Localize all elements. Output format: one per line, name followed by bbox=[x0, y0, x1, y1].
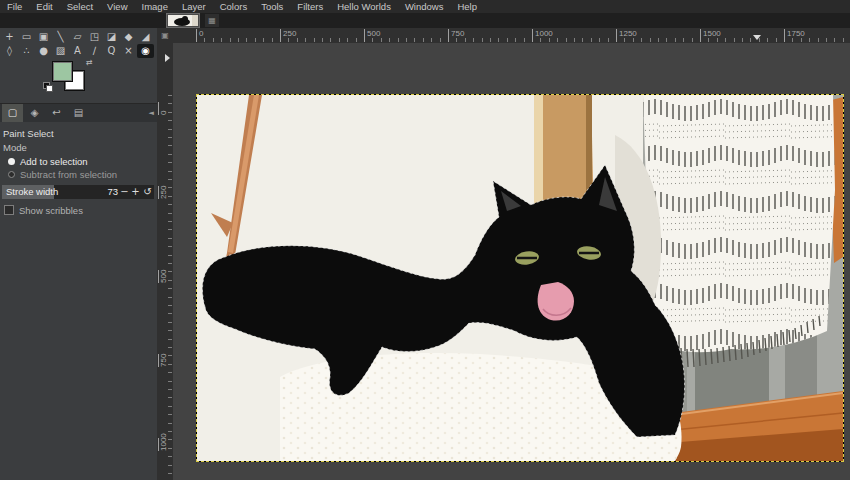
clone-tool-button[interactable]: ◪ bbox=[103, 30, 120, 44]
gimp-window: { "menu": { "items": ["File","Edit","Sel… bbox=[0, 0, 850, 480]
hruler-label: 0 bbox=[196, 29, 203, 42]
bucket-fill-tool-button[interactable]: ◆ bbox=[120, 30, 137, 44]
paintbrush-icon: ◢ bbox=[142, 31, 150, 42]
foreground-color-swatch[interactable] bbox=[52, 61, 73, 82]
vruler-label: 250 bbox=[158, 186, 168, 199]
vruler-label: 500 bbox=[158, 270, 168, 283]
text-icon: A bbox=[74, 45, 81, 56]
horizontal-ruler[interactable]: 0 250 500 750 1000 1250 1500 1750 bbox=[173, 28, 850, 43]
menu-select[interactable]: Select bbox=[60, 0, 100, 13]
paintbrush-tool-button[interactable]: ◢ bbox=[137, 30, 154, 44]
default-colors-icon[interactable] bbox=[43, 82, 52, 91]
show-scribbles-checkbox[interactable]: Show scribbles bbox=[4, 204, 157, 216]
menu-layer[interactable]: Layer bbox=[175, 0, 213, 13]
stroke-width-reset-button[interactable]: ↺ bbox=[142, 185, 153, 199]
paths-tool-button[interactable]: ∕ bbox=[86, 44, 103, 58]
tab-menu-icon: ◄ bbox=[149, 109, 154, 117]
bucket-fill-icon: ◆ bbox=[125, 31, 133, 42]
left-dock: + ▭ ▣ ╲ ▱ ◳ ◪ ◆ ◢ ◊ ∴ ● ▨ A ∕ Q × ◉ bbox=[0, 28, 157, 480]
color-area: ⇄ bbox=[0, 58, 157, 96]
cat-photo bbox=[197, 95, 843, 461]
pointer-position-marker-vertical bbox=[165, 54, 170, 62]
zoom-tool-button[interactable]: Q bbox=[103, 44, 120, 58]
canvas-viewport[interactable] bbox=[173, 43, 850, 480]
stroke-width-increase-button[interactable]: + bbox=[130, 185, 141, 199]
smudge-icon: ● bbox=[39, 45, 48, 56]
unified-transform-icon: ▱ bbox=[74, 31, 82, 42]
radio-add-to-selection[interactable]: Add to selection bbox=[8, 155, 157, 167]
tab-layers[interactable]: ▤ bbox=[68, 104, 89, 122]
tool-options-icon: ▢ bbox=[8, 107, 17, 118]
radio-subtract-from-selection[interactable]: Subtract from selection bbox=[8, 168, 157, 180]
hruler-label: 1500 bbox=[700, 29, 721, 42]
eraser-icon: ◊ bbox=[7, 45, 12, 56]
device-status-icon: ◈ bbox=[31, 107, 39, 118]
paths-icon: ∕ bbox=[93, 45, 96, 56]
menu-image[interactable]: Image bbox=[135, 0, 175, 13]
align-icon: ▭ bbox=[22, 31, 31, 42]
undo-history-icon: ↩ bbox=[52, 107, 60, 118]
image-layer[interactable] bbox=[196, 94, 844, 462]
unified-transform-tool-button[interactable]: ▱ bbox=[69, 30, 86, 44]
paint-select-tool-button[interactable]: ◉ bbox=[137, 44, 154, 58]
gradient-tool-button[interactable]: ∴ bbox=[18, 44, 35, 58]
menu-windows[interactable]: Windows bbox=[398, 0, 451, 13]
pointer-position-marker-horizontal bbox=[753, 35, 761, 40]
stroke-width-decrease-button[interactable]: − bbox=[119, 185, 130, 199]
hruler-label: 1750 bbox=[784, 29, 805, 42]
stroke-width-slider[interactable]: Stroke width 73 − + ↺ bbox=[2, 185, 154, 199]
hruler-label: 1000 bbox=[532, 29, 553, 42]
eraser-tool-button[interactable]: ◊ bbox=[1, 44, 18, 58]
vruler-label: 0 bbox=[158, 102, 168, 115]
tab-device-status[interactable]: ◈ bbox=[24, 104, 45, 122]
image-tab-secondary[interactable]: ▦ bbox=[205, 14, 219, 27]
mode-label: Mode bbox=[3, 142, 157, 153]
menu-file[interactable]: File bbox=[0, 0, 29, 13]
menu-bar: File Edit Select View Image Layer Colors… bbox=[0, 0, 850, 13]
menu-view[interactable]: View bbox=[100, 0, 134, 13]
transform-3d-tool-button[interactable]: ◳ bbox=[86, 30, 103, 44]
show-scribbles-label: Show scribbles bbox=[19, 205, 83, 216]
hruler-label: 1250 bbox=[616, 29, 637, 42]
menu-tools[interactable]: Tools bbox=[254, 0, 290, 13]
vertical-ruler-ticks bbox=[168, 95, 172, 480]
dock-tab-menu-button[interactable]: ◄ bbox=[149, 109, 154, 117]
align-tool-button[interactable]: ▭ bbox=[18, 30, 35, 44]
menu-help[interactable]: Help bbox=[450, 0, 484, 13]
zoom-icon: Q bbox=[108, 45, 116, 56]
macrame-curtain bbox=[643, 95, 835, 367]
toolbox: + ▭ ▣ ╲ ▱ ◳ ◪ ◆ ◢ ◊ ∴ ● ▨ A ∕ Q × ◉ bbox=[0, 28, 157, 58]
image-tab-active[interactable] bbox=[166, 13, 200, 28]
menu-edit[interactable]: Edit bbox=[29, 0, 59, 13]
default-bg-square bbox=[46, 85, 53, 92]
text-tool-button[interactable]: A bbox=[69, 44, 86, 58]
tab-tool-options[interactable]: ▢ bbox=[2, 104, 23, 122]
radio-off-icon bbox=[8, 171, 15, 178]
move-tool-button[interactable]: + bbox=[1, 30, 18, 44]
vertical-ruler[interactable]: 0 250 500 750 1000 bbox=[157, 43, 173, 480]
crop-tool-button[interactable]: ▣ bbox=[35, 30, 52, 44]
stroke-width-value: 73 bbox=[107, 186, 118, 197]
move-icon: + bbox=[5, 31, 13, 42]
tab-undo-history[interactable]: ↩ bbox=[46, 104, 67, 122]
menu-hello-worlds[interactable]: Hello Worlds bbox=[330, 0, 398, 13]
measure-tool-button[interactable]: ╲ bbox=[52, 30, 69, 44]
crop-icon: ▣ bbox=[39, 31, 48, 42]
measure-icon: ╲ bbox=[57, 31, 63, 42]
checkbox-icon bbox=[4, 205, 14, 215]
hruler-label: 750 bbox=[448, 29, 464, 42]
stroke-width-label: Stroke width bbox=[6, 186, 58, 197]
gradient-icon: ∴ bbox=[23, 45, 29, 56]
smudge-tool-button[interactable]: ● bbox=[35, 44, 52, 58]
menu-filters[interactable]: Filters bbox=[290, 0, 330, 13]
layers-icon: ▤ bbox=[74, 107, 83, 118]
mypaint-brush-tool-button[interactable]: ▨ bbox=[52, 44, 69, 58]
hruler-label: 250 bbox=[280, 29, 296, 42]
swap-colors-icon[interactable]: ⇄ bbox=[86, 58, 93, 67]
menu-colors[interactable]: Colors bbox=[213, 0, 254, 13]
warp-transform-tool-button[interactable]: × bbox=[120, 44, 137, 58]
clone-icon: ◪ bbox=[107, 31, 116, 42]
ruler-origin-button[interactable]: ▣ bbox=[157, 28, 173, 43]
warp-transform-icon: × bbox=[124, 45, 132, 56]
mypaint-brush-icon: ▨ bbox=[56, 45, 65, 56]
